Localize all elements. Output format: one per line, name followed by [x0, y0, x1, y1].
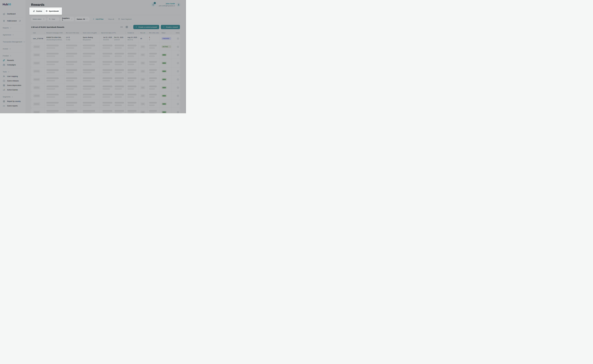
tab-casino[interactable]: Casino — [30, 9, 45, 13]
cherries-icon — [33, 10, 35, 12]
rewards-type-tabs: Casino Sportsbook — [29, 7, 62, 15]
tab-label: Sportsbook — [49, 10, 59, 12]
spotlight-overlay — [0, 0, 186, 113]
soccer-ball-icon — [46, 10, 48, 12]
tab-label: Casino — [36, 10, 42, 12]
tab-sportsbook[interactable]: Sportsbook — [45, 9, 60, 13]
